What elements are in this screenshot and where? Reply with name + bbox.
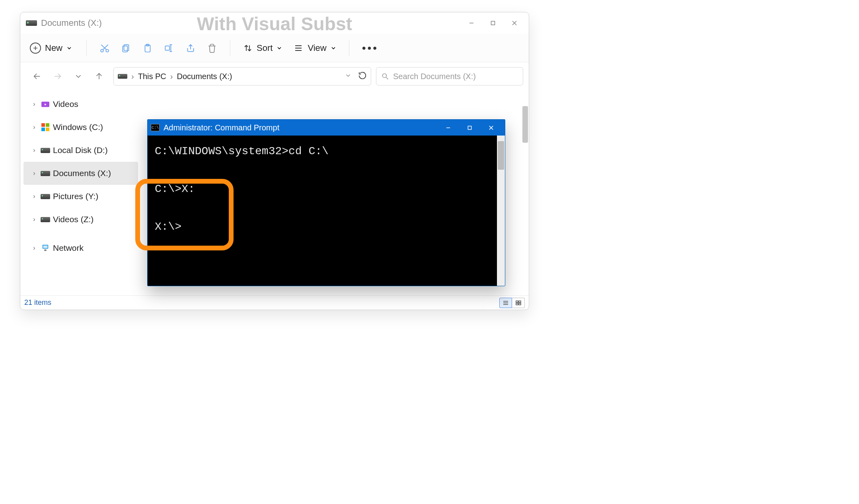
address-dropdown[interactable] [345, 72, 352, 81]
cmd-icon: C:\ [151, 124, 160, 131]
windows-drive-icon [40, 123, 51, 131]
tree-item-windows-c[interactable]: › Windows (C:) [23, 116, 138, 139]
cmd-body[interactable]: C:\WINDOWS\system32>cd C:\ C:\>X: X:\> [148, 136, 505, 286]
network-icon [40, 244, 51, 252]
search-icon [381, 72, 389, 80]
tree-item-label: Documents (X:) [53, 169, 111, 178]
paste-button[interactable] [138, 39, 157, 57]
more-button[interactable]: ••• [358, 42, 382, 54]
tree-item-network[interactable]: › Network [23, 236, 138, 260]
rename-button[interactable] [160, 39, 178, 57]
tree-item-documents-x[interactable]: › Documents (X:) [23, 162, 138, 185]
svg-rect-34 [46, 128, 49, 131]
chevron-right-icon[interactable]: › [31, 147, 38, 154]
breadcrumb-current[interactable]: Documents (X:) [177, 72, 232, 81]
view-icon [293, 43, 304, 53]
new-button[interactable]: New [27, 40, 78, 56]
chevron-right-icon[interactable]: › [31, 244, 38, 252]
cmd-line: C:\WINDOWS\system32>cd C:\ [155, 145, 329, 157]
recent-locations-button[interactable] [71, 69, 86, 83]
chevron-right-icon[interactable]: › [31, 124, 38, 131]
cmd-maximize-button[interactable] [459, 120, 480, 136]
search-box[interactable] [376, 67, 523, 85]
sort-icon [243, 43, 253, 53]
breadcrumb-root[interactable]: This PC [138, 72, 166, 81]
svg-rect-43 [516, 303, 518, 305]
svg-rect-33 [41, 128, 45, 131]
drive-icon [40, 217, 51, 222]
sort-label: Sort [257, 43, 273, 53]
svg-rect-11 [123, 46, 127, 52]
share-button[interactable] [181, 39, 200, 57]
svg-point-7 [106, 49, 109, 52]
folder-videos-icon [40, 101, 51, 108]
plus-circle-icon [30, 43, 41, 54]
tree-item-label: Local Disk (D:) [53, 145, 108, 155]
svg-point-27 [382, 74, 386, 78]
search-input[interactable] [393, 72, 518, 81]
status-bar: 21 items [20, 295, 529, 310]
drive-icon [118, 74, 127, 79]
sort-button[interactable]: Sort [239, 41, 286, 56]
svg-rect-10 [124, 45, 129, 50]
cmd-close-button[interactable] [480, 120, 502, 136]
cmd-minimize-button[interactable] [437, 120, 459, 136]
chevron-right-icon: › [170, 72, 173, 81]
tree-item-videos-z[interactable]: › Videos (Z:) [23, 208, 138, 231]
divider [230, 40, 230, 56]
svg-rect-46 [468, 126, 471, 129]
tree-item-label: Pictures (Y:) [53, 192, 98, 201]
svg-rect-31 [41, 123, 45, 127]
chevron-right-icon[interactable]: › [31, 170, 38, 177]
new-label: New [45, 43, 62, 53]
svg-rect-1 [491, 21, 495, 25]
minimize-button[interactable] [461, 15, 482, 31]
chevron-right-icon[interactable]: › [31, 101, 38, 108]
delete-button[interactable] [203, 39, 221, 57]
divider [349, 40, 349, 56]
divider [86, 40, 87, 56]
chevron-down-icon [331, 45, 336, 51]
tree-item-pictures-y[interactable]: › Pictures (Y:) [23, 185, 138, 208]
address-bar[interactable]: › This PC › Documents (X:) [113, 67, 371, 85]
cmd-line: C:\>X: [155, 183, 195, 195]
thumbnails-view-toggle[interactable] [512, 298, 525, 308]
chevron-down-icon [277, 45, 282, 51]
scrollbar-thumb[interactable] [522, 106, 528, 143]
tree-item-label: Network [53, 243, 84, 253]
drive-icon [40, 194, 51, 199]
status-text: 21 items [24, 299, 51, 307]
drive-icon [40, 171, 51, 176]
tree-item-videos[interactable]: › Videos [23, 93, 138, 116]
svg-rect-41 [516, 301, 518, 302]
navigation-pane[interactable]: › Videos › Windows (C:) › Local D [20, 90, 140, 295]
tree-item-label: Videos [53, 99, 78, 109]
chevron-right-icon[interactable]: › [31, 216, 38, 223]
back-button[interactable] [30, 69, 44, 83]
svg-rect-32 [46, 123, 49, 127]
close-button[interactable] [504, 15, 525, 31]
svg-rect-37 [44, 250, 46, 251]
details-view-toggle[interactable] [499, 298, 512, 308]
chevron-right-icon[interactable]: › [31, 193, 38, 200]
copy-button[interactable] [117, 39, 135, 57]
tree-item-local-disk-d[interactable]: › Local Disk (D:) [23, 139, 138, 162]
cmd-scrollbar-thumb[interactable] [498, 141, 504, 170]
cut-button[interactable] [95, 39, 114, 57]
view-button[interactable]: View [289, 41, 340, 56]
up-button[interactable] [92, 69, 106, 83]
drive-icon [26, 20, 37, 26]
svg-line-28 [386, 78, 388, 79]
refresh-button[interactable] [358, 71, 367, 82]
address-row: › This PC › Documents (X:) [20, 62, 529, 90]
maximize-button[interactable] [483, 15, 503, 31]
cmd-titlebar[interactable]: C:\ Administrator: Command Prompt [148, 120, 505, 136]
tree-item-label: Windows (C:) [53, 122, 103, 132]
svg-rect-36 [43, 246, 48, 248]
view-label: View [308, 43, 326, 53]
cmd-line: X:\> [155, 221, 181, 233]
svg-rect-14 [165, 46, 169, 50]
cmd-title: Administrator: Command Prompt [164, 123, 279, 132]
chevron-right-icon: › [131, 72, 134, 81]
forward-button[interactable] [51, 69, 65, 83]
